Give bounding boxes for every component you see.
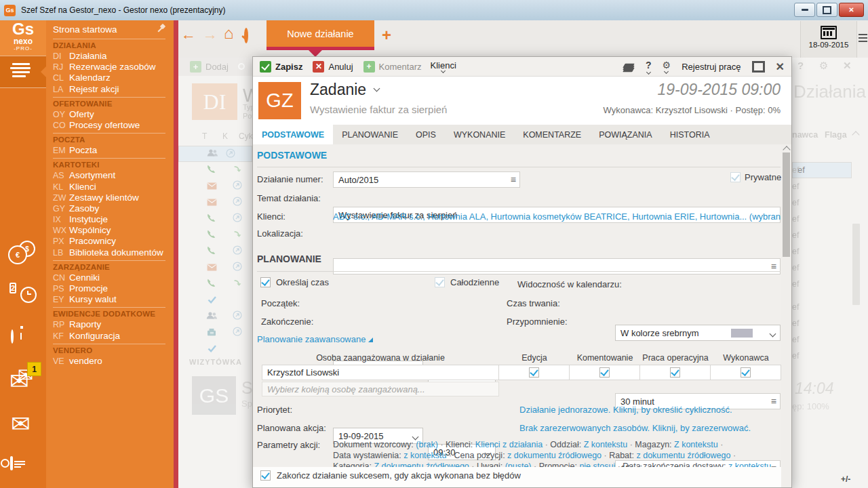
bg-col-flaga: Flaga	[825, 130, 847, 140]
sidebar-item-code: PX	[53, 236, 69, 247]
sidebar-item-procesy-ofertowe[interactable]: COProcesy ofertowe	[53, 120, 174, 131]
field-menu-icon[interactable]: ≡	[511, 174, 516, 185]
sidebar-item-label: Procesy ofertowe	[69, 120, 140, 130]
sidebar-item-klienci[interactable]: KLKlienci	[53, 182, 174, 192]
dialog-toolbar: Zapisz ✕ Anuluj + Komentarz Klienci ?	[253, 57, 791, 77]
field-menu-icon[interactable]: ≡	[771, 396, 776, 407]
private-checkbox[interactable]: Prywatne	[730, 172, 781, 182]
tab-wykonanie[interactable]: WYKONANIE	[445, 125, 514, 144]
settings-button[interactable]: ⚙	[663, 60, 671, 73]
sidebar-item-oferty[interactable]: OYOferty	[53, 109, 174, 120]
tab-podstawowe[interactable]: PODSTAWOWE	[253, 125, 333, 144]
sidebar-item-dzia-ania[interactable]: DIDziałania	[53, 51, 174, 62]
sidebar-item-kursy-walut[interactable]: EYKursy walut	[53, 294, 174, 305]
param-value-link[interactable]: z dokumentu źródłowego	[636, 451, 730, 460]
bg-list-row	[178, 195, 252, 211]
calendar-clock-icon: 2	[9, 281, 38, 306]
rail-timer-button[interactable]	[11, 331, 14, 343]
sidebar-item-biblioteka-dokument-w[interactable]: LBBiblioteka dokumentów	[53, 247, 174, 258]
param-value-link[interactable]: Z kontekstu	[584, 440, 628, 449]
tab-powiązania[interactable]: POWIĄZANIA	[590, 125, 660, 144]
cancel-icon: ✕	[313, 61, 324, 73]
close-dialog-button[interactable]: ✕	[776, 62, 785, 73]
add-person-input[interactable]: Wybierz kolejną osobę zaangażowaną...	[262, 382, 499, 396]
sidebar-item-raporty[interactable]: RPRaporty	[53, 319, 174, 330]
maximize-icon[interactable]	[752, 61, 765, 73]
hamburger-icon	[12, 63, 31, 79]
param-value-link[interactable]: Klienci z działania	[475, 440, 542, 449]
cyclic-link[interactable]: Działanie jednorazowe. Kliknij, by okreś…	[519, 405, 732, 415]
param-value-link[interactable]: z dokumentu źródłowego	[507, 451, 601, 460]
app-menu-button[interactable]	[859, 34, 867, 44]
clients-link[interactable]: ABC s.c., AD-MAR s.c., Hurtownia ALA, Hu…	[333, 211, 781, 222]
all-day-checkbox[interactable]: Całodzienne	[435, 277, 499, 287]
bg-list-row	[178, 292, 252, 308]
param-value-link[interactable]: (brak)	[416, 440, 438, 449]
expand-icon	[368, 338, 373, 342]
tab-komentarze[interactable]: KOMENTARZE	[514, 125, 590, 144]
param-value-link[interactable]: z kontekstu	[403, 451, 446, 460]
sidebar-item-asortyment[interactable]: ASAsortyment	[53, 170, 174, 181]
sidebar-item-pracownicy[interactable]: PXPracownicy	[53, 236, 174, 247]
finish-success-checkbox[interactable]: Zakończ działanie sukcesem, gdy akcja wy…	[260, 470, 521, 481]
help-button[interactable]: ?	[646, 60, 652, 74]
rail-finances-button[interactable]: $ €	[8, 241, 38, 265]
permission-cell[interactable]	[640, 365, 711, 380]
advanced-planning-link[interactable]: Planowanie zaawansowane	[257, 334, 373, 344]
location-input[interactable]	[338, 262, 768, 272]
field-menu-icon[interactable]: ≡	[771, 261, 776, 272]
register-work-button[interactable]: Rejestruj pracę	[682, 62, 741, 72]
sidebar-item-vendero[interactable]: VEvendero	[53, 356, 174, 367]
rail-certificates-button[interactable]	[10, 458, 13, 470]
bg-list-row-cut: ef	[792, 276, 852, 292]
sidebar-item-code: DI	[53, 51, 69, 62]
clients-menu-button[interactable]: Klienci	[430, 60, 456, 73]
define-time-checkbox[interactable]: Określaj czas	[260, 277, 329, 287]
sidebar-item-label: Zestawy klientów	[69, 192, 139, 203]
people-col-header: Edycja	[499, 353, 570, 363]
sidebar-item-rejestr-akcji[interactable]: LARejestr akcji	[53, 84, 174, 95]
sidebar-item-kalendarz[interactable]: CLKalendarz	[53, 73, 174, 83]
cancel-button[interactable]: ✕ Anuluj	[313, 61, 353, 73]
visibility-select[interactable]: W kolorze srebrnym	[615, 325, 781, 341]
number-field[interactable]: ≡	[333, 171, 520, 188]
sidebar-item-instytucje[interactable]: IXInstytucje	[53, 214, 174, 225]
application-window: Gs Szef Szef na Gestor_nexo - Gestor nex…	[0, 0, 868, 488]
permission-cell[interactable]	[499, 365, 570, 380]
comment-button[interactable]: + Komentarz	[363, 61, 422, 73]
sidebar-item-cenniki[interactable]: CNCenniki	[53, 272, 174, 283]
divider	[257, 271, 781, 272]
param-separator: ·	[601, 451, 609, 460]
comment-icon: +	[363, 61, 375, 73]
sidebar-item-wsp-lnicy[interactable]: WXWspólnicy	[53, 225, 174, 236]
tab-historia[interactable]: HISTORIA	[661, 125, 719, 144]
priority-label: Priorytet:	[257, 405, 292, 415]
person-name-cell[interactable]: Krzysztof Lisowski	[262, 365, 499, 380]
dialog-scrollbar-thumb[interactable]	[783, 152, 790, 257]
permission-cell[interactable]	[570, 365, 640, 380]
rail-planner-button[interactable]: 2	[9, 281, 38, 306]
location-field[interactable]: ≡	[333, 258, 781, 274]
sidebar-item-zestawy-klient-w[interactable]: ZWZestawy klientów	[53, 192, 174, 203]
sidebar-item-konfiguracja[interactable]: KFKonfiguracja	[53, 331, 174, 342]
rail-mail-button[interactable]: ✉	[11, 413, 31, 434]
bg-list-row	[178, 325, 252, 341]
task-type-selector[interactable]: Zadanie	[310, 81, 379, 99]
sidebar-item-poczta[interactable]: EMPoczta	[53, 145, 174, 156]
permission-cell[interactable]	[711, 365, 781, 380]
tab-opis[interactable]: OPIS	[407, 125, 445, 144]
people-col-header: Wykonawca	[711, 353, 781, 363]
bg-list-row-cut: ef	[792, 195, 852, 211]
tab-planowanie[interactable]: PLANOWANIE	[333, 125, 407, 144]
number-input[interactable]	[338, 175, 507, 185]
layers-icon[interactable]	[624, 63, 635, 71]
param-value-link[interactable]: Z kontekstu	[674, 440, 718, 449]
sidebar-item-zasoby[interactable]: GYZasoby	[53, 203, 174, 214]
bg-help-icon: ?	[797, 60, 804, 71]
bg-list-row	[178, 276, 252, 292]
resources-link[interactable]: Brak zarezerwowanych zasobów. Kliknij, b…	[519, 423, 751, 433]
save-button[interactable]: Zapisz	[260, 61, 302, 73]
sidebar-item-rezerwacje-zasob-w[interactable]: RJRezerwacje zasobów	[53, 62, 174, 73]
rail-modules-button[interactable]	[0, 56, 46, 88]
sidebar-item-promocje[interactable]: PSPromocje	[53, 283, 174, 294]
